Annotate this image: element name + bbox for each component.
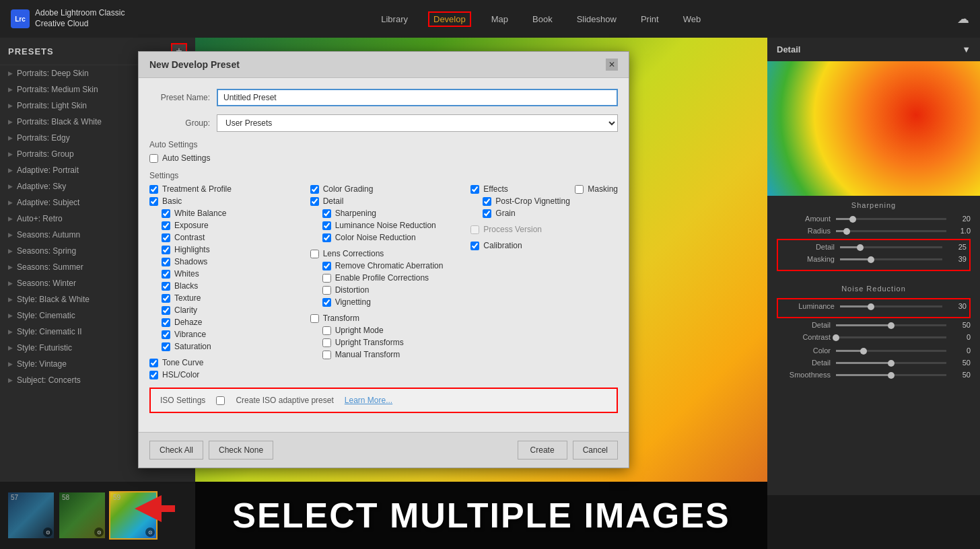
nav-slideshow[interactable]: Slideshow xyxy=(573,11,621,27)
nr-detail2-track[interactable] xyxy=(836,362,946,364)
amount-label: Amount xyxy=(777,215,831,223)
nav-menu: Library Develop Map Book Slideshow Print… xyxy=(377,11,705,27)
sharpening-title: Sharpening xyxy=(777,201,971,209)
check-saturation[interactable]: Saturation xyxy=(162,342,297,351)
detail-track[interactable] xyxy=(840,246,942,248)
check-calibration[interactable]: Calibration xyxy=(470,241,618,250)
app-logo: Lrc Adobe Lightroom Classic Creative Clo… xyxy=(11,8,125,29)
check-highlights[interactable]: Highlights xyxy=(162,245,297,254)
check-remove-ca[interactable]: Remove Chromatic Aberration xyxy=(322,261,458,270)
masking-value: 39 xyxy=(948,255,967,263)
check-clarity[interactable]: Clarity xyxy=(162,305,297,315)
radius-slider-row: Radius 1.0 xyxy=(777,227,971,235)
preset-name-input[interactable] xyxy=(217,89,618,106)
check-color-nr[interactable]: Color Noise Reduction xyxy=(322,233,458,242)
panel-expand-icon[interactable]: ▼ xyxy=(962,44,971,54)
check-luminance-nr[interactable]: Luminance Noise Reduction xyxy=(322,221,458,230)
film-num-58: 58 xyxy=(62,494,69,501)
check-manual-transform[interactable]: Manual Transform xyxy=(322,350,458,359)
nr-smoothness-track[interactable] xyxy=(836,374,946,376)
check-upright-mode[interactable]: Upright Mode xyxy=(322,326,458,335)
learn-more-link[interactable]: Learn More... xyxy=(345,396,392,405)
masking-track[interactable] xyxy=(840,258,942,260)
nr-detail2-value: 50 xyxy=(952,359,971,367)
nr-contrast-slider-row: Contrast 0 xyxy=(777,333,971,341)
luminance-track[interactable] xyxy=(840,305,942,307)
detail-slider-row: Detail 25 xyxy=(781,243,967,251)
radius-label: Radius xyxy=(777,227,831,235)
check-basic[interactable]: Basic xyxy=(149,196,297,206)
check-lens-corrections[interactable]: Lens Corrections xyxy=(310,249,458,258)
check-masking[interactable]: Masking xyxy=(575,184,618,194)
check-distortion[interactable]: Distortion xyxy=(322,285,458,295)
amount-track[interactable] xyxy=(836,218,946,220)
logo-icon: Lrc xyxy=(11,9,30,28)
cancel-button[interactable]: Cancel xyxy=(573,441,618,460)
check-enable-profile[interactable]: Enable Profile Corrections xyxy=(322,273,458,283)
auto-settings-row: Auto Settings xyxy=(149,153,618,163)
group-row: Group: User Presets xyxy=(149,114,618,132)
check-transform[interactable]: Transform xyxy=(310,314,458,323)
check-all-button[interactable]: Check All xyxy=(149,441,203,460)
check-post-crop[interactable]: Post-Crop Vignetting xyxy=(483,196,618,206)
check-exposure[interactable]: Exposure xyxy=(162,221,297,230)
check-contrast[interactable]: Contrast xyxy=(162,233,297,242)
nav-map[interactable]: Map xyxy=(487,11,512,27)
check-tone-curve[interactable]: Tone Curve xyxy=(149,358,297,367)
check-vibrance[interactable]: Vibrance xyxy=(162,330,297,339)
create-button[interactable]: Create xyxy=(518,441,567,460)
nr-color-track[interactable] xyxy=(836,350,946,352)
cloud-icon[interactable]: ☁ xyxy=(957,11,969,26)
masking-label: Masking xyxy=(781,255,835,263)
film-icon-57: ⊙ xyxy=(43,527,53,537)
nav-print[interactable]: Print xyxy=(637,11,663,27)
auto-settings-checkbox[interactable] xyxy=(149,154,158,163)
film-num-59: 59 xyxy=(113,494,120,501)
check-texture[interactable]: Texture xyxy=(162,293,297,303)
nav-develop[interactable]: Develop xyxy=(428,11,471,27)
nr-contrast-track[interactable] xyxy=(836,336,946,338)
bottom-text-overlay: SELECT MULTIPLE IMAGES xyxy=(195,482,767,549)
check-detail[interactable]: Detail xyxy=(310,196,458,206)
nav-book[interactable]: Book xyxy=(528,11,557,27)
check-blacks[interactable]: Blacks xyxy=(162,281,297,291)
group-select[interactable]: User Presets xyxy=(217,114,618,132)
nr-detail-track[interactable] xyxy=(836,324,946,326)
nav-library[interactable]: Library xyxy=(377,11,412,27)
luminance-slider-row: Luminance 30 xyxy=(781,302,967,310)
group-label: Group: xyxy=(149,118,210,128)
dialog-title: New Develop Preset xyxy=(149,59,240,70)
new-develop-preset-dialog: New Develop Preset ✕ Preset Name: Group:… xyxy=(138,51,629,468)
check-color-grading[interactable]: Color Grading xyxy=(310,184,458,194)
masking-slider-row: Masking 39 xyxy=(781,255,967,263)
preset-name-label: Preset Name: xyxy=(149,93,210,102)
nr-smoothness-value: 50 xyxy=(952,371,971,379)
check-shadows[interactable]: Shadows xyxy=(162,257,297,266)
iso-settings-label: ISO Settings xyxy=(160,396,205,405)
sharpening-section: Sharpening Amount 20 Radius 1.0 Detail xyxy=(767,196,980,279)
check-none-button[interactable]: Check None xyxy=(209,441,273,460)
check-dehaze[interactable]: Dehaze xyxy=(162,318,297,327)
top-nav: Lrc Adobe Lightroom Classic Creative Clo… xyxy=(0,0,980,38)
check-vignetting[interactable]: Vignetting xyxy=(322,297,458,307)
radius-track[interactable] xyxy=(836,230,946,232)
check-effects[interactable]: Effects xyxy=(470,184,508,194)
filmstrip-item-57[interactable]: 57 ⊙ xyxy=(7,491,55,540)
luminance-highlight: Luminance 30 xyxy=(777,298,971,318)
iso-adaptive-checkbox[interactable] xyxy=(216,396,225,405)
check-sharpening[interactable]: Sharpening xyxy=(322,209,458,218)
check-process-version[interactable]: Process Version xyxy=(470,225,618,234)
filmstrip-item-58[interactable]: 58 ⊙ xyxy=(58,491,106,540)
film-num-57: 57 xyxy=(11,494,18,501)
check-white-balance[interactable]: White Balance xyxy=(162,209,297,218)
nav-web[interactable]: Web xyxy=(679,11,705,27)
check-upright-transforms[interactable]: Upright Transforms xyxy=(322,338,458,347)
dialog-close-button[interactable]: ✕ xyxy=(606,59,618,71)
check-whites[interactable]: Whites xyxy=(162,269,297,279)
check-treatment[interactable]: Treatment & Profile xyxy=(149,184,297,194)
right-panel: Detail ▼ Sharpening Amount 20 Radius 1.0 xyxy=(767,38,980,495)
check-hsl-color[interactable]: HSL/Color xyxy=(149,370,297,379)
settings-col-3: Effects Masking Post-Crop Vignetting Gra… xyxy=(470,184,618,379)
settings-col-1: Treatment & Profile Basic White Balance … xyxy=(149,184,297,379)
check-grain[interactable]: Grain xyxy=(483,209,618,218)
